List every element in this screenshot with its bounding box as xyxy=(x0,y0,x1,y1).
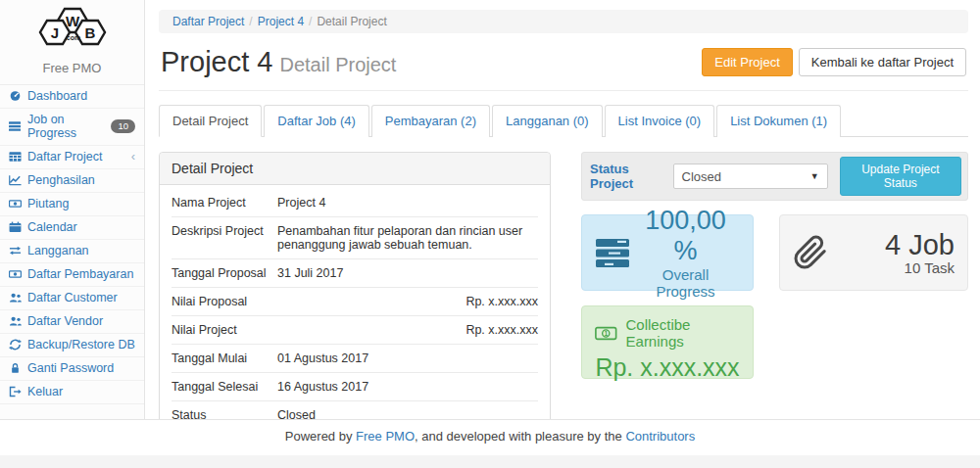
sidebar-item-job-on-progress[interactable]: Job on Progress 10 xyxy=(0,109,144,146)
row-value: Project 4 xyxy=(277,196,538,210)
sidebar-item-label: Penghasilan xyxy=(27,173,95,187)
logo-letter-b: B xyxy=(84,24,95,41)
paperclip-icon xyxy=(793,233,828,272)
money-icon xyxy=(9,198,22,210)
money-icon xyxy=(9,268,22,280)
sidebar-item-daftar-project[interactable]: Daftar Project ‹ xyxy=(0,146,144,169)
header-buttons: Edit Project Kembali ke daftar Project xyxy=(702,48,966,76)
sign-out-icon xyxy=(9,386,22,398)
logo-letter-w: W xyxy=(65,13,79,29)
stat-boxes: 100,00 % Overall Progress 4 Job 10 Task xyxy=(581,214,968,291)
tab-content: Detail Project Nama ProjectProject 4 Des… xyxy=(159,152,968,419)
free-pmo-link[interactable]: Free PMO xyxy=(356,429,415,444)
table-row: Nama ProjectProject 4 xyxy=(172,189,538,217)
breadcrumb-current: Detail Project xyxy=(317,15,386,28)
table-icon xyxy=(9,151,22,163)
sidebar-item-piutang[interactable]: Piutang xyxy=(0,193,144,216)
row-label: Nilai Proposal xyxy=(172,295,277,308)
tab-detail-project[interactable]: Detail Project xyxy=(159,105,262,137)
sidebar-item-ganti-password[interactable]: Ganti Password xyxy=(0,357,144,381)
progress-bars-icon xyxy=(595,238,631,268)
sidebar-item-label: Daftar Vendor xyxy=(27,314,103,328)
row-label: Tanggal Proposal xyxy=(172,266,277,280)
app-body: W J B .com Free PMO Dashboard xyxy=(0,0,980,419)
task-count-value: 10 Task xyxy=(828,259,955,276)
overall-progress-label: Overall Progress xyxy=(631,266,740,300)
page-title: Project 4Detail Project xyxy=(161,46,396,78)
breadcrumb-daftar-project[interactable]: Daftar Project xyxy=(172,15,244,28)
jwb-logo-icon: W J B .com xyxy=(32,7,113,54)
row-label: Tanggal Selesai xyxy=(172,380,277,394)
header-divider xyxy=(159,90,968,91)
earnings-value: Rp. x.xxx.xxx xyxy=(595,353,740,382)
row-label: Status xyxy=(172,408,277,419)
page: W J B .com Free PMO Dashboard xyxy=(0,0,980,468)
lock-icon xyxy=(9,362,22,374)
calendar-icon xyxy=(9,221,22,233)
tab-pembayaran[interactable]: Pembayaran (2) xyxy=(371,105,490,137)
sidebar-item-label: Job on Progress xyxy=(27,113,105,140)
table-row: Nilai ProposalRp. x.xxx.xxx xyxy=(172,288,538,316)
footer: Powered by Free PMO, and developed with … xyxy=(0,419,980,455)
panel-title: Detail Project xyxy=(160,153,550,185)
sidebar-item-label: Langganan xyxy=(27,244,89,257)
tab-list-dokumen[interactable]: List Dokumen (1) xyxy=(716,105,841,137)
sidebar-item-label: Calendar xyxy=(27,220,77,234)
contributors-link[interactable]: Contributors xyxy=(625,429,695,444)
sidebar-item-keluar[interactable]: Keluar xyxy=(0,381,144,404)
sidebar-item-backup-restore[interactable]: Backup/Restore DB xyxy=(0,334,144,357)
page-title-text: Project 4 xyxy=(161,46,272,77)
breadcrumb-project-4[interactable]: Project 4 xyxy=(258,15,304,28)
sidebar-item-label: Backup/Restore DB xyxy=(27,338,135,351)
edit-project-button[interactable]: Edit Project xyxy=(702,48,792,76)
sidebar-item-penghasilan[interactable]: Penghasilan xyxy=(0,169,144,193)
page-header: Project 4Detail Project Edit Project Kem… xyxy=(161,46,966,78)
sidebar-item-daftar-pembayaran[interactable]: Daftar Pembayaran xyxy=(0,263,144,287)
row-value: Rp. x.xxx.xxx xyxy=(277,295,538,308)
tab-list-invoice[interactable]: List Invoice (0) xyxy=(605,105,715,137)
sidebar: W J B .com Free PMO Dashboard xyxy=(0,0,145,419)
row-value: 16 Agustus 2017 xyxy=(277,380,538,394)
status-project-label: Status Project xyxy=(590,162,665,191)
sidebar-item-daftar-vendor[interactable]: Daftar Vendor xyxy=(0,310,144,334)
tasks-icon xyxy=(9,120,22,132)
dashboard-icon xyxy=(9,90,22,102)
panel-body: Nama ProjectProject 4 Deskripsi ProjectP… xyxy=(160,185,550,419)
logo-letter-j: J xyxy=(50,24,58,41)
users-icon xyxy=(9,315,22,327)
refresh-icon xyxy=(9,339,22,351)
status-select[interactable]: Closed ▼ xyxy=(673,164,828,189)
sidebar-item-langganan[interactable]: Langganan xyxy=(0,240,144,263)
job-count-box: 4 Job 10 Task xyxy=(779,214,968,291)
footer-text: Powered by xyxy=(285,429,356,444)
job-count-badge: 10 xyxy=(111,119,135,133)
update-status-button[interactable]: Update Project Status xyxy=(840,157,961,196)
sidebar-item-daftar-customer[interactable]: Daftar Customer xyxy=(0,287,144,310)
collectible-earnings-box: 1 Collectibe Earnings Rp. x.xxx.xxx xyxy=(581,305,754,379)
sidebar-item-calendar[interactable]: Calendar xyxy=(0,216,144,240)
status-select-value: Closed xyxy=(682,169,721,184)
row-value: 01 Agustus 2017 xyxy=(277,351,538,365)
table-row: Deskripsi ProjectPenambahan fitur pelapo… xyxy=(172,217,538,259)
back-to-list-button[interactable]: Kembali ke daftar Project xyxy=(799,48,966,76)
sidebar-item-dashboard[interactable]: Dashboard xyxy=(0,85,144,109)
sidebar-item-label: Piutang xyxy=(27,197,69,211)
users-icon xyxy=(9,292,22,304)
tab-langganan[interactable]: Langganan (0) xyxy=(492,105,603,137)
exchange-icon xyxy=(9,245,22,257)
row-label: Tanggal Mulai xyxy=(172,351,277,365)
line-chart-icon xyxy=(9,174,22,186)
sidebar-item-label: Ganti Password xyxy=(27,361,114,375)
svg-text:1: 1 xyxy=(604,329,608,336)
money-bill-icon: 1 xyxy=(595,326,617,341)
breadcrumb-separator: / xyxy=(304,15,317,28)
right-column: Status Project Closed ▼ Update Project S… xyxy=(581,152,968,419)
main-content: Daftar Project/Project 4/Detail Project … xyxy=(145,0,980,419)
tab-daftar-job[interactable]: Daftar Job (4) xyxy=(264,105,368,137)
table-row: Tanggal Selesai16 Agustus 2017 xyxy=(172,373,538,401)
tab-bar: Detail Project Daftar Job (4) Pembayaran… xyxy=(159,104,968,137)
row-value: Penambahan fitur pelaporan dan rincian u… xyxy=(277,224,538,252)
table-row: Nilai ProjectRp. x.xxx.xxx xyxy=(172,316,538,345)
logo: W J B .com Free PMO xyxy=(0,0,144,85)
row-label: Deskripsi Project xyxy=(172,224,277,252)
